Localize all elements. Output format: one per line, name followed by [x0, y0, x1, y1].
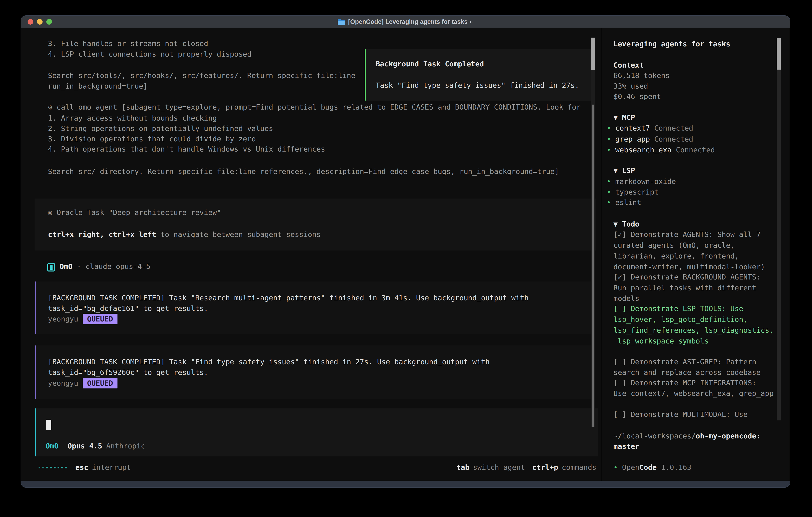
- todo-line-active: lsp_find_references, lsp_diagnostics,: [613, 325, 774, 336]
- message-line: task_id="bg_dcfac161" to get results.: [48, 303, 208, 314]
- todo-line: models: [613, 293, 639, 304]
- status-dot-icon: •: [607, 188, 615, 196]
- sidebar-divider: [601, 28, 602, 482]
- todo-line: [ ] Demonstrate MCP INTEGRATIONS:: [613, 377, 756, 388]
- titlebar: [OpenCode] Leveraging agents for tasks ◐: [21, 16, 790, 28]
- context-header: Context: [613, 60, 644, 71]
- input-agent-name: OmO: [46, 442, 59, 450]
- todo-line: document-writer, multimodal-looker): [613, 262, 765, 272]
- tool-call-line: 4. Path operations that don't handle Win…: [48, 144, 325, 155]
- message-meta: yeongyuQUEUED: [48, 378, 117, 389]
- agent-header: OmO · claude-opus-4-5: [60, 261, 150, 272]
- todo-line: Run parallel tasks with different: [613, 282, 756, 293]
- background-task-notification: Background Task Completed Task "Find typ…: [365, 49, 593, 101]
- input-model-name: Opus 4.5: [67, 442, 102, 450]
- message-line: [BACKGROUND TASK COMPLETED] Task "Resear…: [48, 293, 529, 303]
- todo-line: Use context7, websearch_exa, grep_app: [613, 388, 774, 399]
- message-author: yeongyu: [48, 379, 78, 387]
- status-dot-icon: •: [607, 198, 615, 207]
- oracle-task-header: ◉ Oracle Task "Deep architecture review": [48, 207, 221, 218]
- agent-name: OmO: [60, 262, 72, 271]
- mcp-item: • websearch_exa Connected: [607, 144, 715, 155]
- esc-key-hint: esc: [75, 462, 88, 473]
- todo-line-active: [ ] Demonstrate LSP TOOLS: Use: [613, 303, 743, 314]
- window-bottom-edge: [21, 481, 790, 487]
- tool-call-line: ⚙ call_omo_agent [subagent_type=explore,…: [48, 102, 581, 113]
- message-author: yeongyu: [48, 315, 78, 323]
- prompt-input[interactable]: OmOOpus 4.5Anthropic: [35, 408, 598, 456]
- message-line: task_id="bg_6f59260c" to get results.: [48, 367, 208, 378]
- context-used: 33% used: [613, 81, 648, 91]
- status-dot-icon: •: [607, 135, 615, 143]
- sidebar-scrollbar-thumb[interactable]: [777, 38, 781, 70]
- todo-section-header[interactable]: ▼ Todo: [613, 219, 639, 229]
- tool-call-line: 1. Array access without bounds checking: [48, 113, 217, 124]
- desktop: { "colors": { "accent_green": "#57d163",…: [0, 0, 812, 517]
- sidebar-scrollbar[interactable]: [777, 38, 781, 420]
- transcript-line: 3. File handles or streams not closed: [48, 38, 208, 49]
- status-dot-icon: •: [613, 463, 622, 471]
- status-badge: QUEUED: [83, 314, 117, 324]
- statusbar-right: tab switch agent ctrl+p commands: [456, 462, 597, 473]
- todo-line: search and replace across codebase: [613, 367, 761, 378]
- status-dot-icon: •: [607, 146, 615, 154]
- status-dot-icon: •: [607, 124, 615, 132]
- main-scrollbar-rail[interactable]: [592, 105, 594, 427]
- input-model-line: OmOOpus 4.5Anthropic: [46, 441, 145, 452]
- todo-line-active: lsp_workspace_symbols: [613, 336, 709, 347]
- window-title: [OpenCode] Leveraging agents for tasks ◐: [348, 18, 473, 25]
- tool-call-line: Search src/ directory. Return specific f…: [48, 166, 559, 177]
- todo-line: [ ] Demonstrate MULTIMODAL: Use: [613, 409, 748, 420]
- todo-line: [✓] Demonstrate BACKGROUND AGENTS:: [613, 272, 761, 282]
- mcp-item: • context7 Connected: [607, 123, 693, 134]
- folder-icon: [338, 19, 345, 25]
- tool-call-line: 2. String operations on potentially unde…: [48, 123, 273, 134]
- ctrlp-key-hint: ctrl+p: [532, 462, 558, 473]
- notification-body: Task "Find type safety issues" finished …: [376, 80, 579, 91]
- oracle-hint-text: to navigate between subagent sessions: [156, 230, 321, 239]
- oracle-hint-keys: ctrl+x right, ctrl+x left: [48, 230, 156, 239]
- status-dot-icon: •: [607, 177, 615, 186]
- todo-line: librarian, explore, frontend,: [613, 251, 739, 262]
- statusbar-left: esc interrupt: [38, 462, 131, 473]
- terminal-window: [OpenCode] Leveraging agents for tasks ◐…: [21, 16, 790, 488]
- background-task-message: [BACKGROUND TASK COMPLETED] Task "Find t…: [35, 346, 591, 399]
- transcript-line: Search src/tools/, src/hooks/, src/featu…: [48, 70, 355, 81]
- spinner-dots-icon: [38, 467, 67, 468]
- main-scrollbar-thumb[interactable]: [591, 38, 595, 70]
- mcp-section-header[interactable]: ▼ MCP: [613, 112, 635, 123]
- transcript-line: run_in_background=true]: [48, 81, 148, 91]
- workspace-branch: master: [613, 441, 639, 452]
- tool-call-line: 3. Division operations that could divide…: [48, 134, 256, 144]
- notification-title: Background Task Completed: [376, 59, 484, 70]
- lsp-item: • eslint: [607, 197, 641, 208]
- agent-model: claude-opus-4-5: [86, 262, 150, 271]
- session-title: Leveraging agents for tasks: [613, 38, 730, 49]
- mcp-item: • grep_app Connected: [607, 134, 693, 144]
- input-provider-name: Anthropic: [106, 442, 145, 450]
- background-task-message: [BACKGROUND TASK COMPLETED] Task "Resear…: [35, 281, 591, 334]
- workspace-path: ~/local-workspaces/oh-my-opencode:: [613, 431, 761, 441]
- message-meta: yeongyuQUEUED: [48, 314, 117, 324]
- transcript-line: 4. LSP client connections not properly d…: [48, 49, 252, 60]
- oracle-hint: ctrl+x right, ctrl+x left to navigate be…: [48, 229, 321, 240]
- context-spent: $0.46 spent: [613, 91, 661, 102]
- oracle-task-panel[interactable]: ◉ Oracle Task "Deep architecture review"…: [35, 198, 597, 250]
- text-cursor: [46, 419, 51, 430]
- status-badge: QUEUED: [83, 378, 117, 388]
- lsp-section-header[interactable]: ▼ LSP: [613, 165, 635, 176]
- todo-line-active: lsp_hover, lsp_goto_definition,: [613, 314, 748, 325]
- todo-line: [ ] Demonstrate AST-GREP: Pattern: [613, 356, 756, 367]
- todo-line: curated agents (OmO, oracle,: [613, 240, 735, 251]
- lsp-item: • markdown-oxide: [607, 176, 676, 187]
- agent-icon: [47, 263, 55, 272]
- tab-key-hint: tab: [456, 462, 469, 473]
- message-line: [BACKGROUND TASK COMPLETED] Task "Find t…: [48, 356, 490, 367]
- context-tokens: 66,518 tokens: [613, 70, 670, 81]
- lsp-item: • typescript: [607, 187, 659, 197]
- opencode-version: • OpenCode 1.0.163: [613, 462, 691, 473]
- todo-line: [✓] Demonstrate AGENTS: Show all 7: [613, 229, 761, 240]
